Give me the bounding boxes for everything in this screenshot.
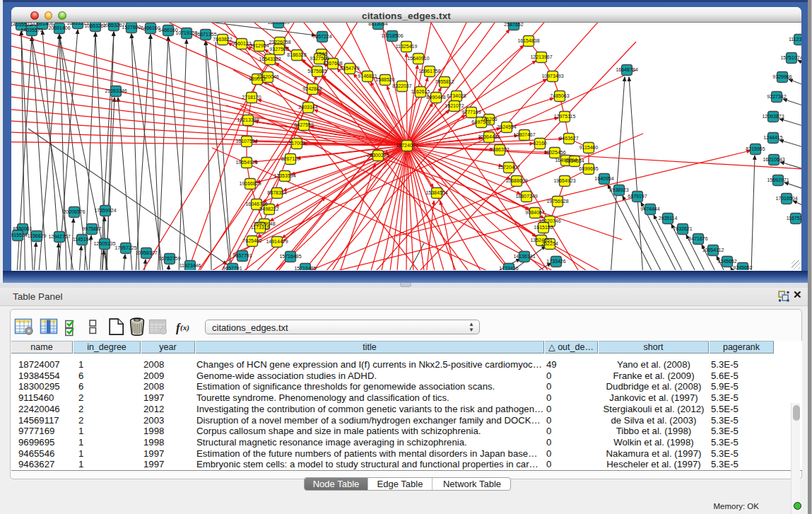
svg-text:8938923: 8938923 <box>609 187 628 192</box>
svg-text:16107554: 16107554 <box>235 139 257 144</box>
svg-text:20691406: 20691406 <box>48 25 70 30</box>
svg-text:17359924: 17359924 <box>94 208 116 213</box>
svg-text:2803144: 2803144 <box>298 105 317 110</box>
svg-text:15640910: 15640910 <box>407 56 429 61</box>
svg-text:6497508: 6497508 <box>471 119 490 124</box>
svg-text:18724007: 18724007 <box>396 143 418 148</box>
svg-text:9463627: 9463627 <box>559 136 578 141</box>
svg-text:16961758: 16961758 <box>418 69 440 74</box>
svg-text:10654112: 10654112 <box>702 247 724 252</box>
svg-text:1527602: 1527602 <box>122 25 141 30</box>
svg-text:16154838: 16154838 <box>517 38 539 43</box>
svg-text:15751074: 15751074 <box>780 55 801 60</box>
svg-text:9657791: 9657791 <box>223 266 242 270</box>
svg-text:10973493: 10973493 <box>541 74 563 78</box>
svg-text:10025456: 10025456 <box>543 150 565 155</box>
svg-text:7485063: 7485063 <box>550 93 569 98</box>
svg-text:3624554: 3624554 <box>497 124 516 129</box>
svg-text:9084067: 9084067 <box>525 210 544 215</box>
svg-text:14035572: 14035572 <box>20 28 42 33</box>
svg-text:9245652: 9245652 <box>733 265 752 270</box>
svg-text:12093873: 12093873 <box>762 114 784 119</box>
svg-text:19654925: 19654925 <box>235 160 257 165</box>
svg-text:23420046: 23420046 <box>257 74 278 79</box>
svg-text:16120746: 16120746 <box>539 218 560 223</box>
svg-text:16671355: 16671355 <box>194 32 216 37</box>
svg-text:9327508: 9327508 <box>310 56 329 61</box>
svg-text:16543382: 16543382 <box>259 57 281 62</box>
svg-text:12942757: 12942757 <box>48 234 70 239</box>
svg-text:15716485: 15716485 <box>294 266 316 270</box>
svg-text:7955812: 7955812 <box>435 79 454 84</box>
svg-text:6466160: 6466160 <box>141 25 160 30</box>
svg-text:2935114: 2935114 <box>659 216 678 221</box>
svg-text:19756928: 19756928 <box>546 199 568 204</box>
svg-text:6734028: 6734028 <box>447 93 466 98</box>
svg-text:8878354: 8878354 <box>267 190 286 195</box>
svg-text:8813054: 8813054 <box>368 23 387 26</box>
svg-text:8215955: 8215955 <box>746 146 765 151</box>
svg-text:9384554: 9384554 <box>565 158 584 163</box>
svg-text:9115460: 9115460 <box>579 145 599 150</box>
svg-text:12213389: 12213389 <box>237 117 259 122</box>
svg-text:14035572: 14035572 <box>11 23 33 27</box>
svg-text:3912954: 3912954 <box>249 43 269 48</box>
svg-text:16782759: 16782759 <box>158 256 180 261</box>
svg-text:15692971: 15692971 <box>767 177 789 182</box>
svg-text:8550061: 8550061 <box>13 226 32 231</box>
svg-text:19654923: 19654923 <box>553 178 575 183</box>
svg-text:7625402: 7625402 <box>242 238 261 243</box>
svg-text:(x): (x) <box>180 323 189 332</box>
svg-text:1173319: 1173319 <box>251 225 270 230</box>
svg-text:8267110: 8267110 <box>281 156 300 161</box>
svg-text:1615152: 1615152 <box>534 225 553 230</box>
svg-text:15384554: 15384554 <box>425 190 447 195</box>
svg-text:9474444: 9474444 <box>640 206 659 211</box>
svg-text:20206576: 20206576 <box>63 209 85 214</box>
svg-text:19166829: 19166829 <box>239 181 261 186</box>
svg-text:1588520: 1588520 <box>375 77 394 82</box>
svg-text:1167533: 1167533 <box>787 216 801 221</box>
svg-text:16648784: 16648784 <box>616 67 637 72</box>
svg-text:9657791: 9657791 <box>233 253 252 258</box>
svg-text:15716485: 15716485 <box>279 254 301 259</box>
svg-text:16033809: 16033809 <box>267 23 289 25</box>
svg-text:6899695: 6899695 <box>579 166 598 171</box>
svg-text:20364436: 20364436 <box>478 134 500 139</box>
svg-text:10958107: 10958107 <box>135 250 157 255</box>
svg-text:9146821: 9146821 <box>358 74 377 78</box>
svg-text:9242848: 9242848 <box>302 86 322 91</box>
svg-text:1156829: 1156829 <box>28 233 47 238</box>
svg-text:17016504: 17016504 <box>775 196 797 201</box>
svg-text:9227342: 9227342 <box>767 94 786 99</box>
svg-text:5498222: 5498222 <box>259 206 278 211</box>
svg-text:2587652: 2587652 <box>504 23 523 27</box>
svg-text:18807249: 18807249 <box>515 194 537 199</box>
svg-text:12975115: 12975115 <box>554 114 576 119</box>
svg-text:6879197: 6879197 <box>628 194 647 199</box>
svg-text:8454749: 8454749 <box>340 66 359 71</box>
svg-text:217003: 217003 <box>288 141 305 146</box>
svg-text:21053346: 21053346 <box>105 88 126 93</box>
svg-text:9329966: 9329966 <box>772 74 792 79</box>
svg-text:12353594: 12353594 <box>273 173 295 178</box>
svg-text:252254: 252254 <box>541 241 558 246</box>
svg-text:9660123: 9660123 <box>232 41 251 46</box>
svg-text:8322037: 8322037 <box>392 83 411 88</box>
svg-text:8186328: 8186328 <box>287 52 306 57</box>
svg-text:12505135: 12505135 <box>93 241 115 246</box>
svg-text:7357224: 7357224 <box>312 34 331 39</box>
svg-text:1162615: 1162615 <box>411 89 430 94</box>
svg-text:1733426: 1733426 <box>546 259 565 264</box>
svg-text:14136141: 14136141 <box>513 254 535 259</box>
svg-text:10688609: 10688609 <box>505 178 527 183</box>
svg-text:5875685: 5875685 <box>307 69 326 74</box>
svg-text:10807467: 10807467 <box>513 132 535 137</box>
svg-text:8471676: 8471676 <box>688 236 707 241</box>
svg-text:62160: 62160 <box>533 141 547 146</box>
svg-text:19218506: 19218506 <box>381 33 403 38</box>
svg-text:12213967: 12213967 <box>530 54 552 59</box>
svg-text:1244415: 1244415 <box>763 135 782 140</box>
svg-text:2718170: 2718170 <box>242 95 261 100</box>
svg-text:7386372: 7386372 <box>490 147 509 152</box>
